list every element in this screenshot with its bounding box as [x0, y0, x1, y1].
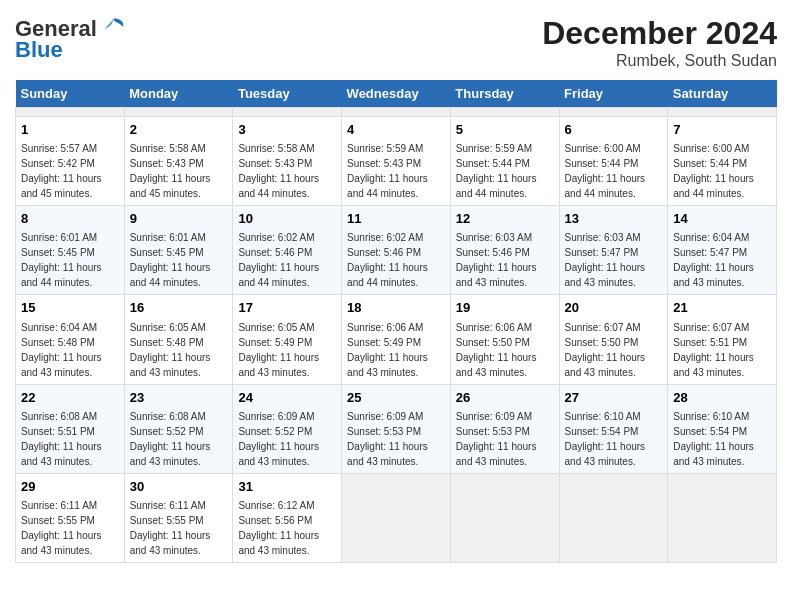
day-info: Sunrise: 6:01 AMSunset: 5:45 PMDaylight:…: [130, 232, 211, 288]
day-info: Sunrise: 6:11 AMSunset: 5:55 PMDaylight:…: [130, 500, 211, 556]
day-number: 31: [238, 478, 336, 496]
header-wednesday: Wednesday: [342, 80, 451, 108]
day-info: Sunrise: 6:11 AMSunset: 5:55 PMDaylight:…: [21, 500, 102, 556]
calendar-cell: 14Sunrise: 6:04 AMSunset: 5:47 PMDayligh…: [668, 206, 777, 295]
day-info: Sunrise: 6:07 AMSunset: 5:50 PMDaylight:…: [565, 322, 646, 378]
header-saturday: Saturday: [668, 80, 777, 108]
calendar-cell: [124, 108, 233, 117]
calendar-table: SundayMondayTuesdayWednesdayThursdayFrid…: [15, 80, 777, 563]
day-number: 3: [238, 121, 336, 139]
calendar-cell: 13Sunrise: 6:03 AMSunset: 5:47 PMDayligh…: [559, 206, 668, 295]
page-container: General Blue December 2024 Rumbek, South…: [0, 0, 792, 573]
calendar-cell: 20Sunrise: 6:07 AMSunset: 5:50 PMDayligh…: [559, 295, 668, 384]
day-number: 24: [238, 389, 336, 407]
day-info: Sunrise: 6:00 AMSunset: 5:44 PMDaylight:…: [565, 143, 646, 199]
title-block: December 2024 Rumbek, South Sudan: [542, 15, 777, 70]
day-number: 25: [347, 389, 445, 407]
calendar-cell: 8Sunrise: 6:01 AMSunset: 5:45 PMDaylight…: [16, 206, 125, 295]
calendar-cell: 1Sunrise: 5:57 AMSunset: 5:42 PMDaylight…: [16, 117, 125, 206]
calendar-cell: 15Sunrise: 6:04 AMSunset: 5:48 PMDayligh…: [16, 295, 125, 384]
calendar-cell: [668, 108, 777, 117]
calendar-cell: 6Sunrise: 6:00 AMSunset: 5:44 PMDaylight…: [559, 117, 668, 206]
calendar-cell: [559, 473, 668, 562]
day-info: Sunrise: 6:10 AMSunset: 5:54 PMDaylight:…: [565, 411, 646, 467]
day-number: 13: [565, 210, 663, 228]
calendar-cell: 29Sunrise: 6:11 AMSunset: 5:55 PMDayligh…: [16, 473, 125, 562]
calendar-cell: [450, 473, 559, 562]
calendar-cell: 10Sunrise: 6:02 AMSunset: 5:46 PMDayligh…: [233, 206, 342, 295]
day-number: 29: [21, 478, 119, 496]
calendar-week-4: 22Sunrise: 6:08 AMSunset: 5:51 PMDayligh…: [16, 384, 777, 473]
calendar-cell: 27Sunrise: 6:10 AMSunset: 5:54 PMDayligh…: [559, 384, 668, 473]
day-number: 27: [565, 389, 663, 407]
day-info: Sunrise: 6:03 AMSunset: 5:46 PMDaylight:…: [456, 232, 537, 288]
day-info: Sunrise: 6:08 AMSunset: 5:52 PMDaylight:…: [130, 411, 211, 467]
calendar-cell: 25Sunrise: 6:09 AMSunset: 5:53 PMDayligh…: [342, 384, 451, 473]
day-number: 19: [456, 299, 554, 317]
header-sunday: Sunday: [16, 80, 125, 108]
day-number: 6: [565, 121, 663, 139]
day-info: Sunrise: 5:59 AMSunset: 5:43 PMDaylight:…: [347, 143, 428, 199]
calendar-cell: 3Sunrise: 5:58 AMSunset: 5:43 PMDaylight…: [233, 117, 342, 206]
logo-bird-icon: [99, 15, 127, 43]
calendar-cell: 21Sunrise: 6:07 AMSunset: 5:51 PMDayligh…: [668, 295, 777, 384]
calendar-week-0: [16, 108, 777, 117]
day-info: Sunrise: 6:02 AMSunset: 5:46 PMDaylight:…: [238, 232, 319, 288]
calendar-cell: 23Sunrise: 6:08 AMSunset: 5:52 PMDayligh…: [124, 384, 233, 473]
calendar-week-2: 8Sunrise: 6:01 AMSunset: 5:45 PMDaylight…: [16, 206, 777, 295]
day-number: 26: [456, 389, 554, 407]
day-number: 21: [673, 299, 771, 317]
day-info: Sunrise: 5:58 AMSunset: 5:43 PMDaylight:…: [238, 143, 319, 199]
logo-blue: Blue: [15, 37, 63, 63]
day-number: 15: [21, 299, 119, 317]
calendar-cell: 12Sunrise: 6:03 AMSunset: 5:46 PMDayligh…: [450, 206, 559, 295]
calendar-subtitle: Rumbek, South Sudan: [542, 52, 777, 70]
day-info: Sunrise: 5:57 AMSunset: 5:42 PMDaylight:…: [21, 143, 102, 199]
day-info: Sunrise: 6:09 AMSunset: 5:52 PMDaylight:…: [238, 411, 319, 467]
day-number: 10: [238, 210, 336, 228]
calendar-cell: 30Sunrise: 6:11 AMSunset: 5:55 PMDayligh…: [124, 473, 233, 562]
day-info: Sunrise: 6:07 AMSunset: 5:51 PMDaylight:…: [673, 322, 754, 378]
day-info: Sunrise: 6:10 AMSunset: 5:54 PMDaylight:…: [673, 411, 754, 467]
day-number: 18: [347, 299, 445, 317]
calendar-cell: 5Sunrise: 5:59 AMSunset: 5:44 PMDaylight…: [450, 117, 559, 206]
calendar-cell: 22Sunrise: 6:08 AMSunset: 5:51 PMDayligh…: [16, 384, 125, 473]
day-info: Sunrise: 6:03 AMSunset: 5:47 PMDaylight:…: [565, 232, 646, 288]
calendar-cell: 4Sunrise: 5:59 AMSunset: 5:43 PMDaylight…: [342, 117, 451, 206]
calendar-week-5: 29Sunrise: 6:11 AMSunset: 5:55 PMDayligh…: [16, 473, 777, 562]
calendar-cell: [450, 108, 559, 117]
day-info: Sunrise: 6:05 AMSunset: 5:49 PMDaylight:…: [238, 322, 319, 378]
day-info: Sunrise: 6:06 AMSunset: 5:50 PMDaylight:…: [456, 322, 537, 378]
calendar-cell: 26Sunrise: 6:09 AMSunset: 5:53 PMDayligh…: [450, 384, 559, 473]
day-number: 9: [130, 210, 228, 228]
day-number: 4: [347, 121, 445, 139]
logo: General Blue: [15, 15, 127, 63]
calendar-cell: 2Sunrise: 5:58 AMSunset: 5:43 PMDaylight…: [124, 117, 233, 206]
calendar-cell: 11Sunrise: 6:02 AMSunset: 5:46 PMDayligh…: [342, 206, 451, 295]
calendar-cell: 28Sunrise: 6:10 AMSunset: 5:54 PMDayligh…: [668, 384, 777, 473]
day-number: 16: [130, 299, 228, 317]
calendar-header: SundayMondayTuesdayWednesdayThursdayFrid…: [16, 80, 777, 108]
calendar-cell: [559, 108, 668, 117]
day-info: Sunrise: 6:06 AMSunset: 5:49 PMDaylight:…: [347, 322, 428, 378]
header-thursday: Thursday: [450, 80, 559, 108]
header: General Blue December 2024 Rumbek, South…: [15, 15, 777, 70]
calendar-cell: [342, 108, 451, 117]
calendar-cell: 7Sunrise: 6:00 AMSunset: 5:44 PMDaylight…: [668, 117, 777, 206]
calendar-cell: [342, 473, 451, 562]
calendar-body: 1Sunrise: 5:57 AMSunset: 5:42 PMDaylight…: [16, 108, 777, 563]
calendar-title: December 2024: [542, 15, 777, 52]
day-info: Sunrise: 6:04 AMSunset: 5:48 PMDaylight:…: [21, 322, 102, 378]
day-info: Sunrise: 6:02 AMSunset: 5:46 PMDaylight:…: [347, 232, 428, 288]
day-info: Sunrise: 6:01 AMSunset: 5:45 PMDaylight:…: [21, 232, 102, 288]
calendar-cell: 9Sunrise: 6:01 AMSunset: 5:45 PMDaylight…: [124, 206, 233, 295]
day-number: 8: [21, 210, 119, 228]
calendar-cell: [233, 108, 342, 117]
calendar-cell: [16, 108, 125, 117]
calendar-cell: 24Sunrise: 6:09 AMSunset: 5:52 PMDayligh…: [233, 384, 342, 473]
day-number: 11: [347, 210, 445, 228]
day-info: Sunrise: 6:05 AMSunset: 5:48 PMDaylight:…: [130, 322, 211, 378]
day-number: 7: [673, 121, 771, 139]
calendar-cell: 31Sunrise: 6:12 AMSunset: 5:56 PMDayligh…: [233, 473, 342, 562]
calendar-cell: 19Sunrise: 6:06 AMSunset: 5:50 PMDayligh…: [450, 295, 559, 384]
